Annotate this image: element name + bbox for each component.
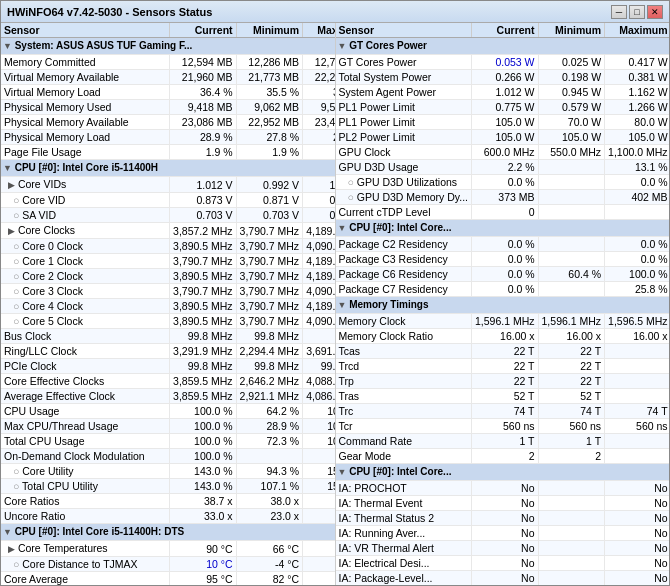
table-row: Core Effective Clocks3,859.5 MHz2,646.2 …	[1, 374, 336, 389]
sensor-current: 0.053 W	[472, 55, 539, 70]
sensor-minimum	[538, 571, 605, 586]
sensor-minimum: 1 T	[538, 434, 605, 449]
sensor-maximum	[605, 374, 669, 389]
sensor-current: 0.0 %	[472, 267, 539, 282]
sensor-current: 3,890.5 MHz	[170, 299, 237, 314]
sensor-maximum: 3,691.0 MHz	[303, 344, 336, 359]
sensor-maximum: 100.0 %	[303, 434, 336, 449]
sensor-label: System Agent Power	[336, 85, 472, 100]
sensor-label: Package C6 Residency	[336, 267, 472, 282]
sensor-label: PL1 Power Limit	[336, 115, 472, 130]
sensor-label: Tcas	[336, 344, 472, 359]
table-row: CPU Usage100.0 %64.2 %100.0 %99.4 %	[1, 404, 336, 419]
sensor-minimum: 66 °C	[236, 541, 303, 557]
sensor-minimum: 3,790.7 MHz	[236, 239, 303, 254]
sensor-minimum: 52 T	[538, 389, 605, 404]
sensor-maximum: 1.162 W	[605, 85, 669, 100]
sensor-maximum: 25.8 %	[605, 282, 669, 297]
sensor-minimum	[538, 205, 605, 220]
sensor-minimum: 2,921.1 MHz	[236, 389, 303, 404]
sensor-current: No	[472, 511, 539, 526]
sensor-maximum: 96 °C	[303, 572, 336, 586]
table-row: Memory Clock Ratio16.00 x16.00 x16.00 x1…	[336, 329, 670, 344]
sensor-minimum: 0.703 V	[236, 208, 303, 223]
sensor-current: 1.012 W	[472, 85, 539, 100]
sensor-label: Bus Clock	[1, 329, 170, 344]
sensor-maximum: 4,189.8 MHz	[303, 254, 336, 269]
sensor-minimum	[538, 175, 605, 190]
sensor-maximum	[605, 359, 669, 374]
section-header-row: ▼ Memory Timings	[336, 297, 670, 314]
table-row: ○ Core 5 Clock3,890.5 MHz3,790.7 MHz4,09…	[1, 314, 336, 329]
table-row: Memory Clock1,596.1 MHz1,596.1 MHz1,596.…	[336, 314, 670, 329]
maximize-button[interactable]: □	[629, 5, 645, 19]
sensor-label: ▶ Core Temperatures	[1, 541, 170, 557]
sensor-current: 3,790.7 MHz	[170, 284, 237, 299]
sensor-current: 143.0 %	[170, 479, 237, 494]
sensor-minimum: 22 T	[538, 359, 605, 374]
sensor-label: Core Average	[1, 572, 170, 586]
sensor-maximum: 37.0 x	[303, 509, 336, 524]
sensor-label: CPU Usage	[1, 404, 170, 419]
sensor-label: ○ GPU D3D Memory Dy...	[336, 190, 472, 205]
sensor-maximum: 0.713 V	[303, 208, 336, 223]
sensor-label: ○ Core 1 Clock	[1, 254, 170, 269]
sensor-label: ○ Core 0 Clock	[1, 239, 170, 254]
sensor-minimum	[538, 556, 605, 571]
sensor-minimum	[538, 252, 605, 267]
sensor-current: 22 T	[472, 359, 539, 374]
sensor-maximum: 4,088.5 MHz	[303, 374, 336, 389]
sensor-minimum	[538, 511, 605, 526]
sensor-current: 16.00 x	[472, 329, 539, 344]
table-row: Bus Clock99.8 MHz99.8 MHz99.8 MHz	[1, 329, 336, 344]
sensor-minimum	[538, 190, 605, 205]
sensor-label: Ring/LLC Clock	[1, 344, 170, 359]
sensor-label: IA: Electrical Desi...	[336, 556, 472, 571]
sensor-maximum: 0.417 W	[605, 55, 669, 70]
minimize-button[interactable]: ─	[611, 5, 627, 19]
sensor-maximum: No	[605, 496, 669, 511]
table-row: Physical Memory Used9,418 MB9,062 MB9,55…	[1, 100, 336, 115]
section-header-row: ▼ CPU [#0]: Intel Core...	[336, 464, 670, 481]
close-button[interactable]: ✕	[647, 5, 663, 19]
sensor-minimum: 3,790.7 MHz	[236, 284, 303, 299]
window-controls: ─ □ ✕	[611, 5, 663, 19]
col-maximum-r: Maximum	[605, 23, 669, 38]
sensor-current: 1 T	[472, 434, 539, 449]
sensor-minimum: 2	[538, 449, 605, 464]
sensor-maximum: 100.0 %	[605, 267, 669, 282]
sensor-minimum: 0.945 W	[538, 85, 605, 100]
sensor-current: 21,960 MB	[170, 70, 237, 85]
sensor-minimum: 38.0 x	[236, 494, 303, 509]
sensor-maximum: 16.00 x	[605, 329, 669, 344]
sensor-label: Trc	[336, 404, 472, 419]
sensor-maximum: 100.0 %	[303, 419, 336, 434]
table-row: Ring/LLC Clock3,291.9 MHz2,294.4 MHz3,69…	[1, 344, 336, 359]
sensor-label: Memory Committed	[1, 55, 170, 70]
sensor-label: Memory Clock Ratio	[336, 329, 472, 344]
sensor-current: No	[472, 571, 539, 586]
sensor-current: 1,596.1 MHz	[472, 314, 539, 329]
sensor-current: 105.0 W	[472, 115, 539, 130]
sensor-current: 105.0 W	[472, 130, 539, 145]
sensor-label: Core Ratios	[1, 494, 170, 509]
sensor-minimum: 1,596.1 MHz	[538, 314, 605, 329]
sensor-current: No	[472, 496, 539, 511]
section-header-row: ▼ CPU [#0]: Intel Core i5-11400H	[1, 160, 336, 177]
table-row: Virtual Memory Load36.4 %35.5 %36.9 %36.…	[1, 85, 336, 100]
table-row: ○ Core Utility143.0 %94.3 %151.0 %143.4 …	[1, 464, 336, 479]
right-table: Sensor Current Minimum Maximum Average ▼…	[336, 23, 670, 585]
sensor-minimum: 22 T	[538, 374, 605, 389]
sensor-current: 12,594 MB	[170, 55, 237, 70]
sensor-maximum: 99.8 MHz	[303, 359, 336, 374]
sensor-minimum: 60.4 %	[538, 267, 605, 282]
table-row: Page File Usage1.9 %1.9 %2.0 %2.0 %	[1, 145, 336, 160]
sensor-label: GPU D3D Usage	[336, 160, 472, 175]
sensor-minimum: 22,952 MB	[236, 115, 303, 130]
table-row: GT Cores Power0.053 W0.025 W0.417 W0.038…	[336, 55, 670, 70]
table-row: Core Ratios38.7 x38.0 x42.0 x39.1 x	[1, 494, 336, 509]
sensor-minimum: 0.198 W	[538, 70, 605, 85]
sensor-minimum	[538, 541, 605, 556]
sensor-maximum: No	[605, 481, 669, 496]
sensor-current: 38.7 x	[170, 494, 237, 509]
